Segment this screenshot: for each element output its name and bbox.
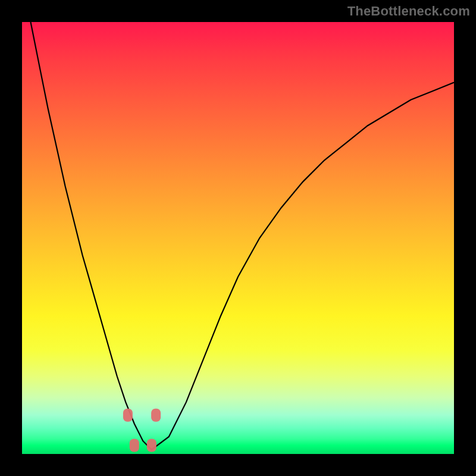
- curve-marker: [147, 439, 156, 452]
- markers-group: [123, 409, 161, 452]
- curve-marker: [123, 409, 133, 422]
- curve-marker: [151, 409, 161, 422]
- bottleneck-curve: [31, 22, 455, 450]
- watermark-text: TheBottleneck.com: [347, 4, 470, 19]
- plot-area: [22, 22, 454, 454]
- curve-marker: [130, 439, 139, 452]
- curve-svg: [22, 22, 454, 454]
- chart-frame: TheBottleneck.com: [0, 0, 476, 476]
